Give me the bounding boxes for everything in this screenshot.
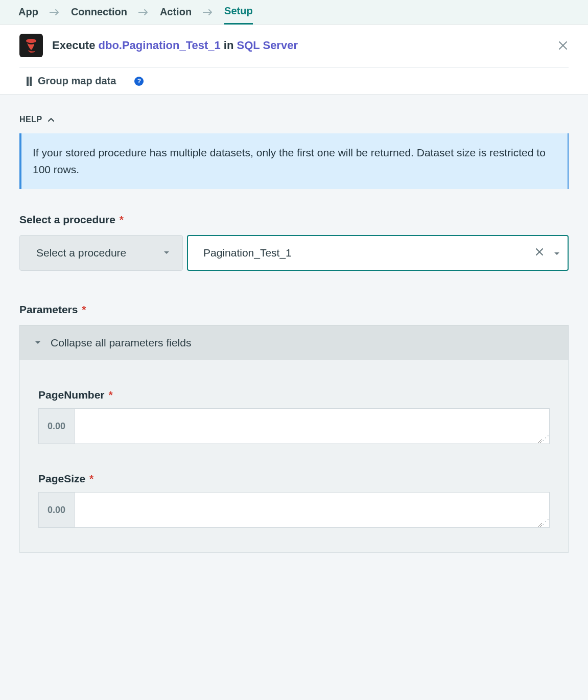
help-banner: If your stored procedure has multiple da… — [19, 133, 569, 189]
parameters-body: PageNumber * 0.00 ⋰ PageSize * 0.00 ⋰ — [19, 360, 569, 553]
step-action[interactable]: Action — [160, 6, 192, 24]
parameters-collapse-header[interactable]: Collapse all parameters fields — [19, 325, 569, 360]
help-banner-text: If your stored procedure has multiple da… — [33, 147, 546, 175]
wizard-stepper: App Connection Action Setup — [0, 0, 588, 25]
numeric-type-icon: 0.00 — [39, 493, 75, 527]
procedure-selector-label: Select a procedure — [36, 247, 126, 259]
procedure-label-text: Select a procedure — [19, 214, 115, 225]
procedure-value-text: Pagination_Test_1 — [203, 247, 292, 259]
sql-server-icon — [19, 34, 43, 57]
help-tooltip-icon[interactable]: ? — [134, 77, 144, 86]
parameters-label-text: Parameters — [19, 304, 78, 315]
param-key-text: PageSize — [38, 473, 85, 484]
caret-down-icon — [163, 250, 170, 255]
caret-down-icon[interactable] — [553, 247, 560, 259]
clear-icon[interactable] — [535, 247, 544, 259]
chevron-right-icon — [50, 9, 60, 16]
param-key-text: PageNumber — [38, 389, 105, 401]
caret-down-icon — [34, 340, 41, 345]
param-input-pagenumber: 0.00 ⋰ — [38, 408, 550, 444]
param-label-pagesize: PageSize * — [38, 473, 550, 485]
group-map-icon — [27, 77, 32, 86]
title-card: Execute dbo.Pagination_Test_1 in SQL Ser… — [0, 25, 588, 95]
divider — [19, 67, 569, 68]
param-input-pagesize: 0.00 ⋰ — [38, 492, 550, 528]
chevron-up-icon — [48, 117, 55, 122]
param-label-pagenumber: PageNumber * — [38, 389, 550, 401]
chevron-right-icon — [138, 9, 149, 16]
group-map-label[interactable]: Group map data — [38, 75, 116, 87]
close-icon[interactable] — [557, 40, 569, 51]
numeric-type-icon: 0.00 — [39, 409, 75, 444]
procedure-value-input[interactable]: Pagination_Test_1 — [187, 235, 569, 271]
title-verb: Execute — [52, 39, 95, 52]
step-app[interactable]: App — [18, 6, 38, 24]
chevron-right-icon — [203, 9, 213, 16]
required-marker: * — [120, 214, 124, 225]
title-join: in — [224, 39, 234, 52]
resize-handle-icon: ⋰ — [542, 519, 548, 526]
title-app-link[interactable]: SQL Server — [237, 39, 298, 52]
title-procedure-link[interactable]: dbo.Pagination_Test_1 — [99, 39, 221, 52]
parameters-collapse-label: Collapse all parameters fields — [51, 337, 191, 349]
param-textarea-pagesize[interactable] — [75, 493, 542, 527]
procedure-selector-button[interactable]: Select a procedure — [19, 235, 183, 271]
content-area: HELP If your stored procedure has multip… — [0, 95, 588, 584]
help-section-toggle[interactable]: HELP — [19, 115, 55, 124]
required-marker: * — [82, 304, 86, 315]
help-label-text: HELP — [19, 115, 42, 124]
param-textarea-pagenumber[interactable] — [75, 409, 542, 444]
resize-handle-icon: ⋰ — [542, 435, 548, 442]
parameters-field-label: Parameters * — [19, 304, 569, 316]
required-marker: * — [108, 389, 112, 401]
step-connection[interactable]: Connection — [71, 6, 127, 24]
card-title: Execute dbo.Pagination_Test_1 in SQL Ser… — [52, 39, 298, 52]
procedure-field-label: Select a procedure * — [19, 214, 569, 226]
required-marker: * — [89, 473, 93, 484]
step-setup[interactable]: Setup — [224, 5, 253, 25]
